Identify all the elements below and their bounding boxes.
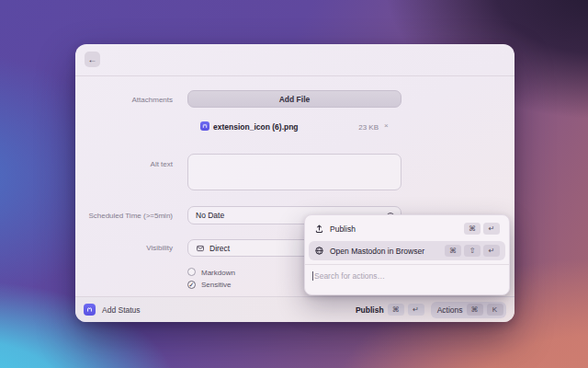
scheduled-time-value: No Date (196, 211, 224, 220)
action-item-label: Open Mastodon in Browser (330, 247, 424, 256)
envelope-icon (196, 244, 205, 253)
enter-key-badge: ↵ (408, 304, 424, 316)
cmd-key-badge: ⌘ (388, 304, 404, 316)
markdown-checkbox-label: Markdown (201, 269, 235, 277)
sensitive-checkbox[interactable]: ✓ (187, 281, 196, 289)
scheduled-time-label: Scheduled Time (>=5min) (75, 212, 173, 220)
visibility-value: Direct (209, 244, 230, 253)
actions-button-label: Actions (437, 305, 463, 315)
mastodon-file-icon (200, 121, 209, 131)
mastodon-glyph-icon (85, 305, 94, 314)
action-item-open-mastodon[interactable]: Open Mastodon in Browser ⌘ ⇧ ↵ (309, 241, 505, 260)
mastodon-app-icon (84, 304, 96, 316)
action-item-label: Publish (330, 224, 356, 234)
alt-text-label: Alt text (75, 160, 173, 168)
enter-key-badge: ↵ (483, 223, 500, 235)
actions-search-row (305, 265, 509, 287)
enter-key-badge: ↵ (483, 245, 500, 257)
back-button[interactable]: ← (85, 52, 100, 67)
text-cursor (312, 271, 313, 281)
actions-panel-list: Publish ⌘ ↵ Open Mastodon in Browser ⌘ ⇧… (305, 215, 509, 260)
attachments-label: Attachments (75, 96, 173, 104)
publish-button-label: Publish (356, 305, 384, 315)
shift-key-badge: ⇧ (464, 245, 481, 257)
markdown-checkbox[interactable] (187, 268, 196, 276)
publish-button[interactable]: Publish ⌘ ↵ (356, 304, 424, 316)
globe-icon (314, 246, 324, 256)
actions-panel: Publish ⌘ ↵ Open Mastodon in Browser ⌘ ⇧… (304, 214, 510, 295)
cmd-key-badge: ⌘ (464, 223, 481, 235)
attached-file-size: 23 KB (344, 123, 379, 132)
bottom-action-bar: Add Status Publish ⌘ ↵ Actions ⌘ K (75, 296, 514, 322)
k-key-badge: K (487, 304, 503, 316)
add-file-button[interactable]: Add File (187, 90, 401, 108)
remove-file-icon[interactable]: × (384, 121, 389, 130)
alt-text-input[interactable] (187, 154, 401, 190)
sensitive-checkbox-label: Sensitive (201, 281, 231, 289)
window-header: ← (75, 44, 514, 76)
visibility-label: Visibility (75, 244, 173, 252)
command-title: Add Status (102, 305, 141, 315)
attached-file-name: extension_icon (6).png (213, 122, 299, 132)
upload-icon (314, 224, 324, 234)
cmd-key-badge: ⌘ (445, 245, 461, 257)
mastodon-glyph-icon (201, 122, 209, 130)
action-item-publish[interactable]: Publish ⌘ ↵ (309, 219, 505, 238)
actions-button[interactable]: Actions ⌘ K (431, 302, 506, 318)
cmd-key-badge: ⌘ (467, 304, 483, 316)
actions-search-input[interactable] (314, 271, 502, 281)
